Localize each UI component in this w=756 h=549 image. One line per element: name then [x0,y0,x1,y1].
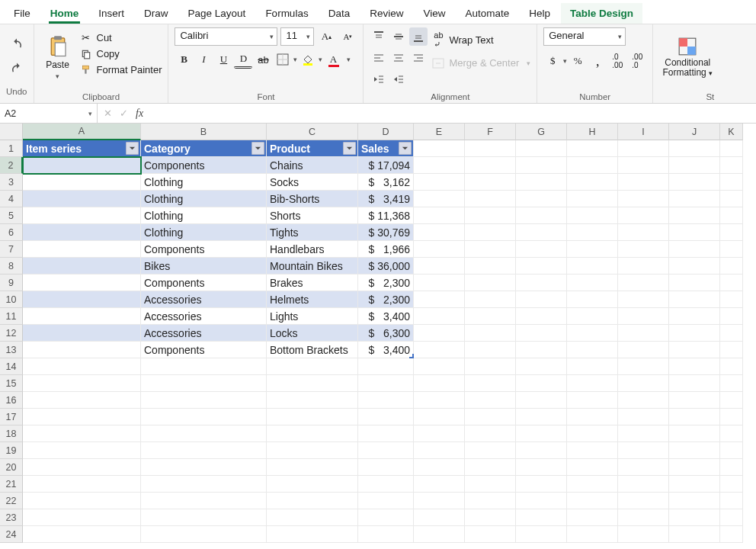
cell-D19[interactable] [358,442,414,459]
cell-E6[interactable] [414,224,465,241]
cell-D8[interactable]: $ 36,000 [358,258,414,274]
cut-button[interactable]: ✂ Cut [80,30,162,45]
cell-I9[interactable] [618,274,669,291]
cell-I3[interactable] [618,174,669,191]
cell-H15[interactable] [567,375,618,392]
decrease-font-button[interactable]: A▾ [338,27,357,46]
cell-I8[interactable] [618,258,669,274]
cell-D9[interactable]: $ 2,300 [358,274,414,291]
cell-B11[interactable]: Accessories [141,308,267,325]
cell-I18[interactable] [618,425,669,442]
cell-B8[interactable]: Bikes [141,258,267,274]
cell-K23[interactable] [720,509,743,526]
cell-I22[interactable] [618,493,669,509]
cell-K24[interactable] [720,526,743,543]
underline-button[interactable]: U [214,50,232,69]
align-bottom-button[interactable] [409,27,428,46]
cell-K7[interactable] [720,241,743,258]
name-box[interactable]: A2 ▾ [0,104,98,123]
menu-home[interactable]: Home [41,3,88,24]
cell-B18[interactable] [141,425,267,442]
cell-A17[interactable] [23,409,141,425]
cell-I15[interactable] [618,375,669,392]
cell-G5[interactable] [516,207,567,224]
cell-E14[interactable] [414,358,465,375]
cell-E3[interactable] [414,174,465,191]
cell-E17[interactable] [414,409,465,425]
cell-B17[interactable] [141,409,267,425]
cell-I14[interactable] [618,358,669,375]
cell-A1[interactable]: Item series [23,140,141,157]
cell-G22[interactable] [516,493,567,509]
cell-A11[interactable] [23,308,141,325]
cell-C2[interactable]: Chains [267,157,358,174]
cell-D2[interactable]: $ 17,094 [358,157,414,174]
cell-C6[interactable]: Tights [267,224,358,241]
filter-button-B[interactable] [251,142,264,155]
cell-K2[interactable] [720,157,743,174]
cell-A18[interactable] [23,425,141,442]
cell-J16[interactable] [669,392,720,409]
cell-E22[interactable] [414,493,465,509]
filter-button-A[interactable] [126,142,139,155]
cell-A16[interactable] [23,392,141,409]
cell-A4[interactable] [23,191,141,207]
cell-H6[interactable] [567,224,618,241]
cell-K19[interactable] [720,442,743,459]
row-header-7[interactable]: 7 [0,241,23,258]
cell-B6[interactable]: Clothing [141,224,267,241]
strikethrough-button[interactable]: ab [254,50,272,69]
row-header-24[interactable]: 24 [0,526,23,543]
cell-D14[interactable] [358,358,414,375]
cell-F14[interactable] [465,358,516,375]
cell-I23[interactable] [618,509,669,526]
cell-G24[interactable] [516,526,567,543]
cell-K15[interactable] [720,375,743,392]
cell-G23[interactable] [516,509,567,526]
redo-button[interactable] [8,59,26,78]
cell-D5[interactable]: $ 11,368 [358,207,414,224]
cell-J23[interactable] [669,509,720,526]
filter-button-D[interactable] [399,142,412,155]
col-header-K[interactable]: K [720,124,743,140]
cell-C13[interactable]: Bottom Brackets [267,342,358,358]
cell-G15[interactable] [516,375,567,392]
cell-E24[interactable] [414,526,465,543]
cell-H8[interactable] [567,258,618,274]
cell-F2[interactable] [465,157,516,174]
cell-J1[interactable] [669,140,720,157]
cell-H2[interactable] [567,157,618,174]
font-size-select[interactable]: 11 ▾ [280,27,314,46]
cell-D24[interactable] [358,526,414,543]
cell-B10[interactable]: Accessories [141,291,267,308]
cell-E10[interactable] [414,291,465,308]
cell-K18[interactable] [720,425,743,442]
cell-F8[interactable] [465,258,516,274]
cell-K6[interactable] [720,224,743,241]
cell-B3[interactable]: Clothing [141,174,267,191]
cell-G13[interactable] [516,342,567,358]
paste-button[interactable]: Paste ▾ [40,27,75,87]
cell-K4[interactable] [720,191,743,207]
cell-H20[interactable] [567,459,618,476]
cell-A3[interactable] [23,174,141,191]
cell-I24[interactable] [618,526,669,543]
row-header-14[interactable]: 14 [0,358,23,375]
cell-C16[interactable] [267,392,358,409]
cell-E15[interactable] [414,375,465,392]
enter-formula-icon[interactable]: ✓ [120,108,128,119]
cell-D1[interactable]: Sales [358,140,414,157]
cell-C1[interactable]: Product [267,140,358,157]
decrease-decimal-button[interactable]: .00.0 [628,52,646,70]
row-header-2[interactable]: 2 [0,157,23,174]
cell-E18[interactable] [414,425,465,442]
cell-K8[interactable] [720,258,743,274]
cell-H17[interactable] [567,409,618,425]
row-header-20[interactable]: 20 [0,459,23,476]
cell-G6[interactable] [516,224,567,241]
cell-A20[interactable] [23,459,141,476]
undo-button[interactable] [8,35,26,53]
cell-B22[interactable] [141,493,267,509]
col-header-C[interactable]: C [267,124,358,140]
cell-G8[interactable] [516,258,567,274]
